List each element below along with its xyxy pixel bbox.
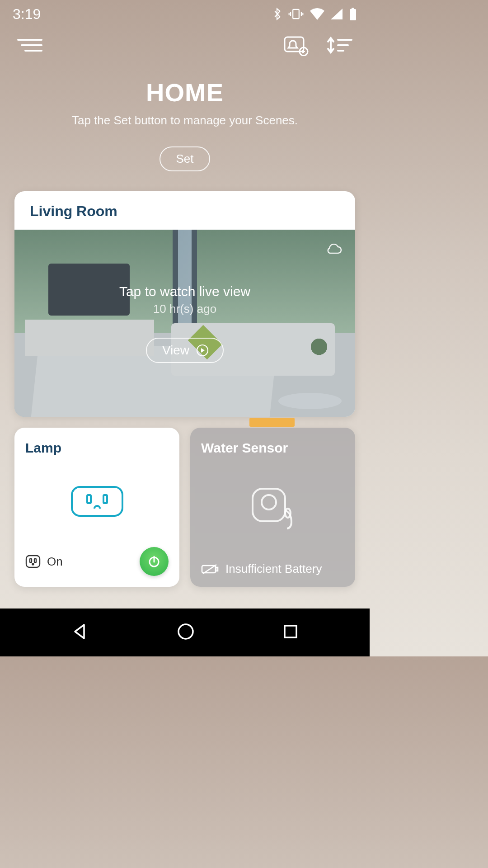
device-footer: On (25, 547, 169, 576)
svg-rect-10 (30, 559, 32, 562)
cards-area: Living Room Tap to watch live view 10 hr… (0, 171, 370, 587)
device-card-lamp[interactable]: Lamp On (14, 428, 179, 587)
page-title: HOME (9, 78, 361, 107)
device-status-label: Insufficient Battery (225, 562, 322, 576)
svg-rect-8 (103, 495, 107, 503)
svg-rect-11 (34, 559, 36, 562)
square-recent-icon (282, 623, 299, 640)
live-overlay: Tap to watch live view 10 hr(s) ago View (14, 230, 355, 417)
bluetooth-icon (272, 7, 282, 21)
svg-rect-6 (72, 487, 122, 516)
device-name: Water Sensor (201, 440, 344, 456)
svg-rect-1 (350, 9, 356, 20)
android-nav-bar (0, 609, 370, 656)
camera-live-view[interactable]: Tap to watch live view 10 hr(s) ago View (14, 230, 355, 417)
battery-icon (349, 8, 357, 20)
cell-signal-icon (331, 9, 343, 19)
svg-point-12 (32, 563, 33, 565)
view-button[interactable]: View (146, 338, 224, 363)
set-button-label: Set (176, 152, 193, 165)
power-toggle[interactable] (140, 547, 169, 576)
wifi-icon (310, 8, 324, 20)
device-status-label: On (47, 555, 63, 569)
accent-bar (249, 418, 295, 427)
svg-rect-7 (87, 495, 91, 503)
live-label: Tap to watch live view (119, 284, 250, 299)
automation-button[interactable] (283, 34, 309, 58)
svg-rect-20 (285, 626, 296, 637)
sort-icon (325, 35, 353, 55)
nav-recent-button[interactable] (282, 623, 299, 642)
room-card[interactable]: Living Room Tap to watch live view 10 hr… (14, 191, 355, 417)
nav-back-button[interactable] (70, 622, 89, 643)
power-icon (147, 555, 161, 568)
plug-outlet-icon (70, 485, 124, 518)
vibrate-icon (288, 8, 304, 20)
menu-icon (16, 36, 43, 54)
app-bar (0, 28, 370, 64)
svg-rect-18 (216, 567, 218, 571)
battery-low-icon (201, 563, 219, 576)
plug-outlet-small-icon (25, 555, 41, 568)
sort-button[interactable] (325, 35, 353, 57)
page-subtitle: Tap the Set button to manage your Scenes… (9, 113, 361, 127)
status-bar: 3:19 (0, 0, 370, 28)
svg-rect-0 (293, 9, 299, 19)
menu-button[interactable] (16, 36, 43, 56)
play-circle-icon (196, 344, 209, 357)
set-button[interactable]: Set (160, 146, 210, 171)
status-icons (272, 7, 357, 21)
circle-home-icon (176, 622, 195, 641)
live-timestamp: 10 hr(s) ago (153, 302, 216, 316)
status-time: 3:19 (13, 6, 41, 23)
svg-rect-9 (26, 556, 40, 567)
water-sensor-icon (248, 484, 298, 534)
svg-rect-2 (352, 8, 354, 9)
device-name: Lamp (25, 440, 169, 456)
automation-bell-icon (283, 34, 309, 56)
svg-point-19 (178, 624, 193, 639)
device-card-water-sensor[interactable]: Water Sensor Insufficient Battery (190, 428, 355, 587)
hero: HOME Tap the Set button to manage your S… (0, 64, 370, 171)
svg-point-15 (262, 495, 276, 509)
svg-rect-14 (253, 489, 285, 521)
room-name: Living Room (14, 191, 355, 230)
device-footer: Insufficient Battery (201, 562, 344, 576)
nav-home-button[interactable] (176, 622, 195, 643)
view-button-label: View (162, 343, 189, 358)
triangle-back-icon (70, 622, 89, 641)
